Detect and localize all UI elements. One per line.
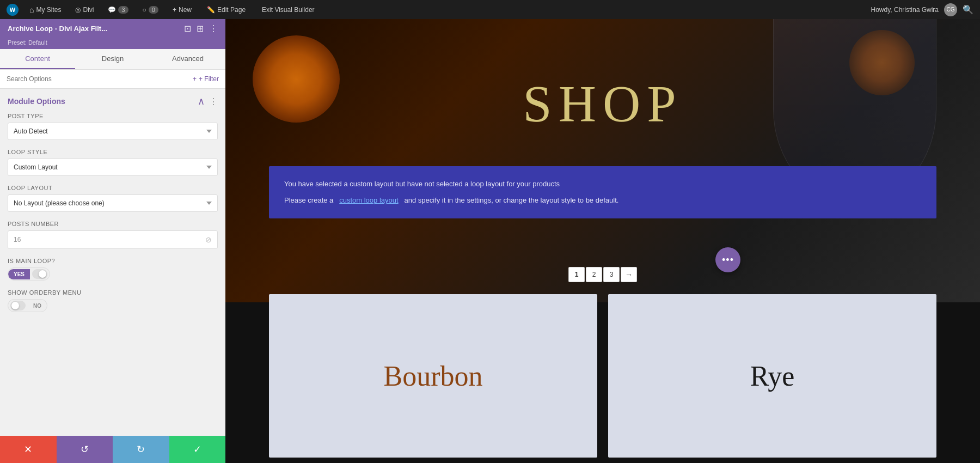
plus-icon: + [173,6,176,14]
info-banner-line2: Please create a custom loop layout and s… [284,194,921,206]
posts-number-input[interactable] [8,232,200,248]
is-main-loop-label: Is Main Loop? [8,258,218,264]
edit-page-button[interactable]: ✏️ Edit Page [203,4,250,16]
exit-visual-builder-button[interactable]: Exit Visual Builder [258,4,319,16]
toggle-slider[interactable] [32,269,47,279]
page-1-button[interactable]: 1 [568,267,585,282]
show-orderby-toggle[interactable]: NO [8,299,47,312]
left-panel: Archive Loop - Divi Ajax Filt... ⊡ ⊞ ⋮ P… [0,19,225,463]
divi-label: Divi [83,6,94,14]
user-avatar: CG [944,3,957,16]
divi-icon: ◎ [75,6,81,14]
custom-loop-layout-link[interactable]: custom loop layout [339,196,398,204]
toggle-slider-off[interactable] [10,301,26,310]
page-2-button[interactable]: 2 [586,267,602,282]
info-banner-line1: You have selected a custom layout but ha… [284,178,921,190]
post-type-select[interactable]: Auto Detect [8,123,218,140]
section-collapse-button[interactable]: ∧ [198,95,205,107]
show-orderby-label: Show OrderBy Menu [8,289,218,296]
product-card-bourbon[interactable]: Bourbon [269,294,597,458]
form-fields: Post Type Auto Detect Loop Style Custom … [0,113,225,312]
panel-menu-button[interactable]: ⋮ [209,23,218,34]
comments2-badge: 0 [149,6,158,14]
loop-style-label: Loop Style [8,149,218,155]
my-sites-menu[interactable]: ⌂ My Sites [26,4,64,15]
orb-left [253,35,340,123]
panel-header: Archive Loop - Divi Ajax Filt... ⊡ ⊞ ⋮ [0,19,225,38]
product-name-bourbon: Bourbon [384,360,483,392]
cancel-button[interactable]: ✕ [0,436,57,463]
module-section: Module Options ∧ ⋮ Post Type Auto Detect [0,89,225,312]
module-options-header: Module Options ∧ ⋮ [0,89,225,113]
panel-title: Archive Loop - Divi Ajax Filt... [8,25,107,33]
redo-button[interactable]: ↻ [113,436,169,463]
pagination: 1 2 3 → [568,267,637,282]
comments2-menu[interactable]: ○ 0 [139,5,162,15]
bubble-icon: ○ [143,6,146,14]
toggle-knob-off [11,302,19,309]
comment-icon: 💬 [108,6,116,14]
comments-menu[interactable]: 💬 3 [105,5,131,15]
wp-admin-bar: W ⌂ My Sites ◎ Divi 💬 3 ○ 0 + New ✏️ Edi… [0,0,980,19]
new-menu[interactable]: + New [169,5,195,15]
redo-icon: ↻ [137,443,145,455]
search-options-input[interactable] [7,70,193,88]
next-arrow-icon: → [625,270,633,279]
admin-search-button[interactable]: 🔍 [963,4,973,15]
loop-layout-field: Loop Layout No Layout (please choose one… [8,185,218,212]
filter-icon: + [193,75,197,83]
bottom-action-bar: ✕ ↺ ↻ ✓ [0,436,225,463]
pencil-icon: ✏️ [207,6,215,14]
fab-options-button[interactable]: ••• [715,247,740,272]
save-icon: ✓ [193,443,201,455]
page-3-button[interactable]: 3 [603,267,620,282]
toggle-knob [39,270,46,278]
posts-number-label: Posts Number [8,221,218,227]
user-greeting: Howdy, Christina Gwira [871,6,939,14]
info-banner: You have selected a custom layout but ha… [269,166,936,218]
hero-background [225,19,980,302]
post-type-label: Post Type [8,113,218,119]
filter-button[interactable]: + + Filter [193,75,219,83]
products-area: Bourbon Rye [269,294,936,458]
tab-design[interactable]: Design [75,49,150,69]
post-type-field: Post Type Auto Detect [8,113,218,140]
product-name-rye: Rye [750,360,795,392]
show-orderby-toggle-wrapper: NO [8,299,218,312]
toggle-no-label: NO [28,301,47,311]
toggle-yes-label: YES [8,269,30,279]
wp-logo-icon[interactable]: W [7,4,19,16]
posts-number-wrapper: ⊘ [8,230,218,249]
divi-menu[interactable]: ◎ Divi [72,5,97,15]
copy-icon[interactable]: ⊘ [200,231,217,248]
undo-button[interactable]: ↺ [57,436,113,463]
fab-dots-icon: ••• [722,254,734,266]
loop-layout-select[interactable]: No Layout (please choose one) [8,194,218,212]
page-next-button[interactable]: → [621,267,637,282]
is-main-loop-toggle[interactable]: YES [8,267,50,281]
cancel-icon: ✕ [24,443,32,455]
show-orderby-field: Show OrderBy Menu NO [8,289,218,312]
is-main-loop-toggle-wrapper: YES [8,267,218,281]
is-main-loop-field: Is Main Loop? YES [8,258,218,281]
section-menu-button[interactable]: ⋮ [209,96,218,107]
shop-title: SHOP [523,74,682,134]
posts-number-field: Posts Number ⊘ [8,221,218,249]
section-header-icons: ∧ ⋮ [198,95,218,107]
right-preview: SHOP You have selected a custom layout b… [225,19,980,463]
tab-advanced[interactable]: Advanced [150,49,225,69]
search-options-bar: + + Filter [0,70,225,89]
comments-badge: 3 [118,6,128,14]
new-label: New [179,6,192,14]
loop-style-field: Loop Style Custom Layout [8,149,218,176]
panel-screen-button[interactable]: ⊡ [184,23,191,34]
panel-body: Module Options ∧ ⋮ Post Type Auto Detect [0,89,225,436]
product-card-rye[interactable]: Rye [608,294,936,458]
panel-grid-button[interactable]: ⊞ [197,23,204,34]
panel-preset: Preset: Default [0,38,225,49]
module-options-title: Module Options [8,97,65,106]
loop-style-select[interactable]: Custom Layout [8,159,218,176]
loop-layout-label: Loop Layout [8,185,218,191]
tab-content[interactable]: Content [0,49,75,69]
save-button[interactable]: ✓ [169,436,226,463]
